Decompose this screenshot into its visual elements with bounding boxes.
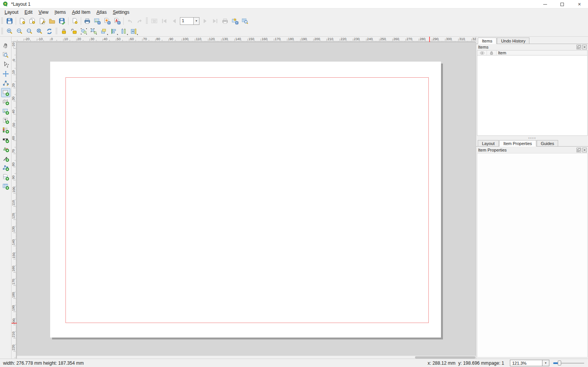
resize-items-button[interactable] bbox=[129, 27, 138, 36]
previous-feature-button[interactable] bbox=[170, 16, 179, 26]
next-feature-button[interactable] bbox=[201, 16, 210, 26]
export-as-pdf-button[interactable]: A bbox=[113, 16, 122, 26]
panel-splitter[interactable]: •••• bbox=[476, 136, 588, 140]
svg-text:250: 250 bbox=[380, 37, 386, 41]
svg-text:80: 80 bbox=[156, 37, 160, 41]
group-items-button[interactable] bbox=[79, 27, 88, 36]
zoom-slider-handle[interactable] bbox=[558, 360, 561, 365]
close-panel-icon[interactable] bbox=[582, 45, 587, 49]
add-picture-tool[interactable] bbox=[1, 107, 10, 116]
page-indicator: page: 1 bbox=[489, 360, 504, 366]
edit-nodes-item-tool[interactable] bbox=[1, 78, 10, 88]
layout-manager-button[interactable] bbox=[38, 16, 47, 26]
zoom-slider[interactable] bbox=[553, 359, 585, 367]
raise-selected-items-button[interactable] bbox=[99, 27, 108, 36]
add-arrow-tool[interactable] bbox=[1, 154, 10, 163]
toolbar-grip[interactable] bbox=[56, 28, 57, 35]
redo-button[interactable] bbox=[135, 16, 144, 26]
refresh-view-button[interactable] bbox=[45, 27, 54, 36]
toolbar-grip[interactable] bbox=[1, 28, 3, 35]
new-layout-button[interactable] bbox=[18, 16, 27, 26]
lock-selected-items-button[interactable] bbox=[59, 27, 69, 36]
undo-button[interactable] bbox=[125, 16, 134, 26]
close-panel-icon[interactable] bbox=[582, 148, 587, 152]
add-map-tool[interactable] bbox=[1, 88, 10, 97]
preview-atlas-button[interactable] bbox=[150, 16, 159, 26]
first-feature-button[interactable] bbox=[160, 16, 169, 26]
toolbar-separator bbox=[68, 17, 69, 25]
add-legend-tool[interactable] bbox=[1, 126, 10, 135]
select-move-item-tool[interactable] bbox=[1, 60, 10, 69]
menu-layout[interactable]: Layout bbox=[2, 9, 21, 15]
toolbar-grip[interactable] bbox=[1, 18, 3, 24]
svg-text:310: 310 bbox=[459, 37, 465, 41]
add-scalebar-tool[interactable] bbox=[1, 135, 10, 144]
tab-undo-history[interactable]: Undo History bbox=[497, 38, 530, 44]
tab-guides[interactable]: Guides bbox=[537, 140, 559, 146]
close-button[interactable]: × bbox=[571, 0, 588, 8]
vertical-ruler: -100102030405060708090100110120130140150… bbox=[11, 42, 17, 359]
export-as-image-button[interactable] bbox=[93, 16, 102, 26]
align-selected-items-button[interactable] bbox=[109, 27, 118, 36]
menu-items[interactable]: Items bbox=[52, 9, 69, 15]
export-atlas-button[interactable] bbox=[230, 16, 240, 26]
zoom-dropdown-arrow-icon[interactable]: ▼ bbox=[542, 360, 549, 366]
toolbar-grip[interactable] bbox=[146, 18, 148, 24]
svg-text:230: 230 bbox=[354, 37, 359, 41]
add-attribute-table-tool[interactable] bbox=[1, 182, 10, 191]
unlock-all-items-button[interactable] bbox=[69, 27, 78, 36]
svg-text:260: 260 bbox=[393, 37, 399, 41]
tab-item-properties[interactable]: Item Properties bbox=[499, 140, 536, 147]
duplicate-layout-button[interactable] bbox=[28, 16, 37, 26]
status-bar: width: 276.778 mm height: 187.354 mm x: … bbox=[0, 359, 588, 367]
zoom-level-combo: 121.3% ▼ bbox=[510, 360, 549, 366]
add-items-from-template-button[interactable] bbox=[47, 16, 57, 26]
svg-text:90: 90 bbox=[12, 176, 16, 179]
float-panel-icon[interactable] bbox=[577, 45, 581, 49]
maximize-button[interactable] bbox=[554, 0, 571, 8]
add-pages-button[interactable] bbox=[70, 16, 79, 26]
ungroup-items-button[interactable] bbox=[89, 27, 98, 36]
zoom-tool-tool[interactable] bbox=[1, 51, 10, 60]
add-3d-map-tool[interactable] bbox=[1, 97, 10, 106]
last-feature-button[interactable] bbox=[211, 16, 220, 26]
right-panel: ItemsUndo History Items bbox=[476, 37, 588, 359]
menu-add-item[interactable]: Add Item bbox=[69, 9, 93, 15]
atlas-page-field[interactable]: 1 bbox=[180, 17, 194, 25]
export-as-svg-button[interactable] bbox=[103, 16, 112, 26]
items-list[interactable] bbox=[477, 55, 588, 136]
canvas-horizontal-scrollbar[interactable] bbox=[17, 356, 476, 359]
zoom-actual-button[interactable]: 1:1 bbox=[25, 27, 34, 36]
print-layout-button[interactable] bbox=[83, 16, 92, 26]
layout-canvas[interactable] bbox=[17, 42, 476, 359]
tab-layout[interactable]: Layout bbox=[478, 140, 499, 146]
atlas-page-dropdown-icon[interactable]: ▼ bbox=[194, 17, 199, 25]
atlas-page-spinbox: 1▼ bbox=[180, 17, 199, 25]
add-shape-tool[interactable] bbox=[1, 144, 10, 153]
zoom-out-button[interactable] bbox=[15, 27, 24, 36]
svg-text:150: 150 bbox=[12, 253, 16, 258]
float-panel-icon[interactable] bbox=[577, 148, 581, 152]
menu-atlas[interactable]: Atlas bbox=[93, 9, 110, 15]
move-item-content-tool[interactable] bbox=[1, 69, 10, 78]
distribute-items-button[interactable] bbox=[119, 27, 128, 36]
add-label-tool[interactable] bbox=[1, 116, 10, 125]
zoom-level-input[interactable]: 121.3% bbox=[510, 360, 542, 366]
menu-view[interactable]: View bbox=[36, 9, 52, 15]
svg-text:320: 320 bbox=[472, 37, 476, 41]
atlas-settings-button[interactable] bbox=[240, 16, 250, 26]
tab-items[interactable]: Items bbox=[478, 38, 497, 44]
svg-text:190: 190 bbox=[301, 37, 307, 41]
menu-edit[interactable]: Edit bbox=[21, 9, 36, 15]
zoom-in-button[interactable] bbox=[5, 27, 14, 36]
pan-layout-tool[interactable] bbox=[1, 41, 10, 50]
add-html-tool[interactable]: </> bbox=[1, 173, 10, 182]
save-project-button[interactable] bbox=[5, 16, 14, 26]
save-as-template-button[interactable] bbox=[57, 16, 67, 26]
add-node-item-tool[interactable] bbox=[1, 163, 10, 172]
svg-text:1:1: 1:1 bbox=[28, 30, 30, 32]
menu-settings[interactable]: Settings bbox=[110, 9, 132, 15]
zoom-full-button[interactable] bbox=[35, 27, 44, 36]
print-atlas-button[interactable] bbox=[220, 16, 230, 26]
minimize-button[interactable] bbox=[536, 0, 554, 8]
